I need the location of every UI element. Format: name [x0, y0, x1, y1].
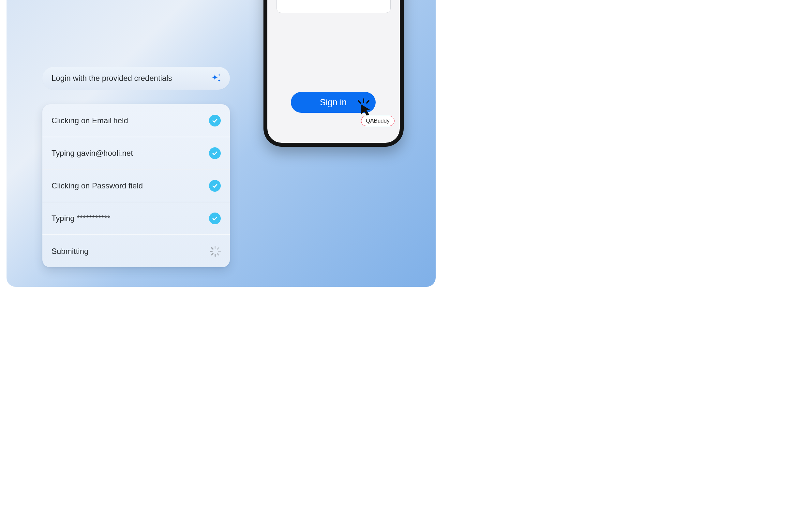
sign-in-button-label: Sign in — [320, 97, 347, 108]
check-icon — [209, 147, 221, 159]
step-label: Clicking on Email field — [52, 116, 128, 125]
step-label: Submitting — [52, 247, 88, 256]
step-label: Typing *********** — [52, 214, 110, 223]
check-icon — [209, 115, 221, 127]
agent-tag: QABuddy — [361, 116, 395, 126]
steps-card: Clicking on Email field Typing gavin@hoo… — [42, 104, 230, 267]
step-label: Clicking on Password field — [52, 181, 143, 190]
illustration-canvas: Login with the provided credentials Clic… — [6, 0, 436, 287]
step-row: Clicking on Email field — [42, 104, 230, 137]
sparkle-icon — [210, 72, 222, 84]
step-row: Typing gavin@hooli.net — [42, 137, 230, 170]
step-row: Clicking on Password field — [42, 170, 230, 202]
check-icon — [209, 212, 221, 224]
sign-in-button[interactable]: Sign in — [291, 92, 376, 113]
agent-tag-label: QABuddy — [366, 118, 390, 124]
prompt-text: Login with the provided credentials — [52, 74, 172, 83]
check-icon — [209, 180, 221, 192]
input-field[interactable] — [277, 0, 391, 13]
step-row: Typing *********** — [42, 202, 230, 235]
step-row: Submitting — [42, 235, 230, 267]
spinner-icon — [210, 246, 221, 257]
prompt-pill: Login with the provided credentials — [42, 67, 230, 90]
step-label: Typing gavin@hooli.net — [52, 149, 133, 158]
